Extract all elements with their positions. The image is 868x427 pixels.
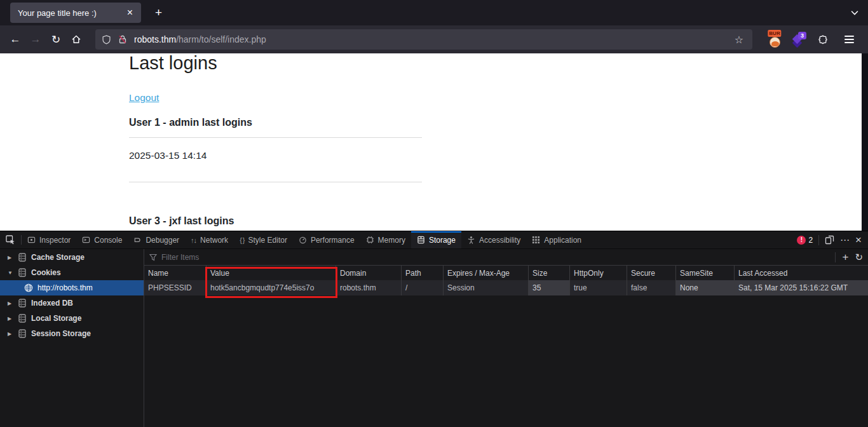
devtools-tab-network[interactable]: ↑↓ Network: [185, 231, 234, 248]
burp-extension-icon[interactable]: BUR: [766, 31, 783, 48]
purple-extension-icon[interactable]: 3: [789, 31, 806, 48]
sidebar-item-indexed-db[interactable]: ▶ Indexed DB: [0, 295, 144, 311]
column-header-samesite[interactable]: SameSite: [675, 266, 734, 280]
burp-extension-logo: [770, 37, 780, 48]
reload-button[interactable]: ↻: [46, 29, 66, 50]
devtools-tab-label: Memory: [378, 236, 405, 245]
performance-icon: [299, 236, 307, 244]
logout-link[interactable]: Logout: [129, 92, 159, 104]
devtools-tab-label: Network: [200, 236, 228, 245]
column-header-size[interactable]: Size: [528, 266, 569, 280]
sidebar-item-label: Indexed DB: [31, 299, 73, 308]
url-path: /harm/to/self/index.php: [176, 34, 266, 44]
sidebar-item-label: Session Storage: [31, 329, 91, 338]
cell-secure[interactable]: false: [627, 280, 675, 295]
back-button[interactable]: ←: [5, 29, 25, 50]
sidebar-item-cookies[interactable]: ▼ Cookies: [0, 265, 144, 280]
debugger-icon: [133, 236, 142, 244]
memory-icon: [366, 236, 374, 244]
column-header-domain[interactable]: Domain: [336, 266, 401, 280]
cell-size[interactable]: 35: [528, 280, 569, 295]
node-picker-icon[interactable]: [0, 231, 21, 248]
cell-path[interactable]: /: [401, 280, 443, 295]
table-header-row: Name Value Domain Path Expires / Max-Age…: [144, 266, 868, 280]
twisty-icon[interactable]: ▶: [8, 316, 13, 322]
sidebar-item-robots-thm[interactable]: http://robots.thm: [0, 280, 144, 295]
filter-items-input[interactable]: [161, 253, 831, 262]
devtools-tab-storage[interactable]: Storage: [411, 231, 461, 248]
twisty-icon[interactable]: ▼: [8, 270, 13, 276]
devtools-tab-application[interactable]: Application: [526, 231, 587, 248]
add-item-icon[interactable]: +: [842, 251, 848, 264]
forward-button[interactable]: →: [25, 29, 46, 50]
column-header-httponly[interactable]: HttpOnly: [569, 266, 627, 280]
column-header-last-accessed[interactable]: Last Accessed: [734, 266, 868, 280]
twisty-icon[interactable]: ▶: [8, 255, 13, 261]
storage-icon: [417, 236, 425, 244]
devtools-tab-debugger[interactable]: Debugger: [128, 231, 185, 248]
sidebar-item-cache-storage[interactable]: ▶ Cache Storage: [0, 250, 144, 265]
column-header-value[interactable]: Value: [206, 266, 336, 280]
divider: [129, 182, 422, 182]
new-tab-button[interactable]: +: [150, 4, 167, 21]
tab-close-icon[interactable]: ×: [124, 6, 136, 19]
shield-icon[interactable]: [102, 35, 111, 44]
sidebar-item-local-storage[interactable]: ▶ Local Storage: [0, 311, 144, 326]
filter-buttons: + ↻: [835, 251, 863, 264]
sidebar-item-label: Local Storage: [31, 314, 81, 323]
sidebar-item-session-storage[interactable]: ▶ Session Storage: [0, 326, 144, 341]
extensions-puzzle-icon[interactable]: [812, 29, 832, 50]
cell-last-accessed[interactable]: Sat, 15 Mar 2025 15:16:22 GMT: [734, 280, 868, 295]
column-header-name[interactable]: Name: [144, 266, 206, 280]
cell-domain[interactable]: robots.thm: [336, 280, 401, 295]
browser-tab[interactable]: Your page title here :) ×: [10, 3, 141, 23]
devtools-tab-accessibility[interactable]: Accessibility: [461, 231, 526, 248]
database-icon: [18, 253, 27, 262]
twisty-icon[interactable]: ▶: [8, 301, 13, 306]
url-bar[interactable]: robots.thm/harm/to/self/index.php ☆: [95, 29, 752, 50]
devtools-tab-performance[interactable]: Performance: [293, 231, 360, 248]
devtools-tab-style-editor[interactable]: { } Style Editor: [234, 231, 293, 248]
list-all-tabs-icon[interactable]: [850, 8, 859, 17]
cell-samesite[interactable]: None: [675, 280, 734, 295]
filter-bar: + ↻: [144, 249, 868, 266]
devtools-toolbar: Inspector Console Debugger ↑↓ Network { …: [0, 231, 868, 249]
page-viewport: Last logins Logout User 1 - admin last l…: [0, 53, 868, 231]
twisty-icon[interactable]: ▶: [8, 331, 13, 337]
sidebar-item-label: Cache Storage: [31, 253, 85, 262]
storage-table-area: + ↻ Name Value Domain Path Expires / Max…: [144, 249, 868, 427]
cell-expires[interactable]: Session: [443, 280, 528, 295]
devtools-tab-label: Application: [544, 236, 581, 245]
column-header-secure[interactable]: Secure: [627, 266, 675, 280]
column-header-path[interactable]: Path: [401, 266, 443, 280]
extension-cluster: BUR 3: [766, 29, 859, 50]
devtools-tab-memory[interactable]: Memory: [360, 231, 411, 248]
menu-hamburger-icon[interactable]: [839, 29, 859, 50]
filter-funnel-icon: [149, 254, 157, 261]
devtools-more-icon[interactable]: ⋯: [840, 234, 850, 246]
cell-value[interactable]: hotk5ancbgmqudtp774e5iss7o: [206, 280, 336, 295]
url-text: robots.thm/harm/to/self/index.php: [134, 34, 732, 44]
page-scrollbar-track[interactable]: [862, 53, 868, 231]
devtools-close-icon[interactable]: ×: [855, 234, 862, 247]
devtools-tab-inspector[interactable]: Inspector: [22, 231, 76, 248]
devtools-tab-console[interactable]: Console: [76, 231, 128, 248]
sidebar-item-label: http://robots.thm: [37, 283, 93, 292]
error-count-badge[interactable]: ! 2: [797, 236, 813, 245]
cookie-table-row[interactable]: PHPSESSID hotk5ancbgmqudtp774e5iss7o rob…: [144, 280, 868, 295]
bookmark-star-icon[interactable]: ☆: [732, 34, 746, 46]
browser-window: Your page title here :) × + ← → ↻: [0, 0, 868, 427]
devtools-tab-label: Accessibility: [479, 236, 520, 245]
burp-extension-badge: BUR: [768, 30, 781, 37]
column-header-expires[interactable]: Expires / Max-Age: [443, 266, 528, 280]
insecure-lock-icon[interactable]: [118, 34, 128, 44]
responsive-design-mode-icon[interactable]: [825, 235, 834, 245]
home-button[interactable]: [66, 29, 86, 50]
devtools-tab-label: Debugger: [146, 236, 179, 245]
devtools-body: ▶ Cache Storage ▼ Cookies http://robots.…: [0, 249, 868, 427]
error-icon: !: [797, 236, 806, 245]
inspector-icon: [27, 236, 36, 244]
cell-httponly[interactable]: true: [569, 280, 627, 295]
cell-name[interactable]: PHPSESSID: [144, 280, 206, 295]
refresh-items-icon[interactable]: ↻: [855, 252, 863, 263]
